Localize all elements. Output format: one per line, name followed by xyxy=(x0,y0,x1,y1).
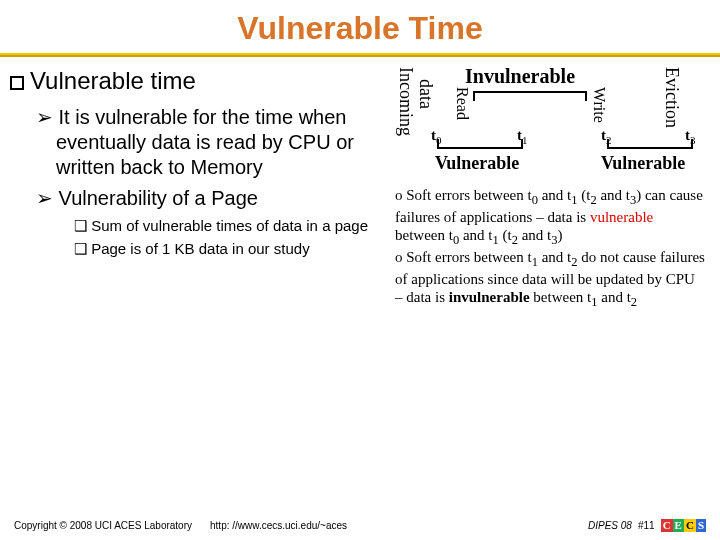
square-small-bullet-icon: ❑ xyxy=(74,240,91,257)
bracket-invulnerable xyxy=(473,91,587,97)
bullet-l3-2-text: Page is of 1 KB data in our study xyxy=(91,240,309,257)
label-write: Write xyxy=(590,87,608,123)
text-vulnerable-red: vulnerable xyxy=(590,209,653,225)
label-eviction: Eviction xyxy=(661,67,682,128)
footer-page: #11 xyxy=(638,520,655,531)
footer-copyright: Copyright © 2008 UCI ACES Laboratory xyxy=(14,520,192,531)
bullet-l1: Vulnerable time xyxy=(10,67,380,95)
note-1: o Soft errors between t0 and t1 (t2 and … xyxy=(395,186,705,248)
label-vulnerable-2: Vulnerable xyxy=(601,153,685,174)
bullet-l3-1: ❑ Sum of vulnerable times of data in a p… xyxy=(74,217,380,236)
footer-url: http: //www.cecs.uci.edu/~aces xyxy=(210,520,588,531)
cecs-logo-c2: C xyxy=(684,519,696,532)
notes-block: o Soft errors between t0 and t1 (t2 and … xyxy=(395,186,705,310)
footer: Copyright © 2008 UCI ACES Laboratory htt… xyxy=(14,519,706,532)
square-small-bullet-icon: ❑ xyxy=(74,217,91,234)
bracket-vulnerable-2 xyxy=(607,143,693,149)
label-read: Read xyxy=(453,87,471,120)
bullet-l2-1-text: It is vulnerable for the time when event… xyxy=(56,106,354,178)
label-invulnerable: Invulnerable xyxy=(465,65,575,88)
cecs-logo-c1: C xyxy=(661,519,673,532)
note-2: o Soft errors between t1 and t2 do not c… xyxy=(395,248,705,310)
content-area: Vulnerable time ➢ It is vulnerable for t… xyxy=(0,57,720,497)
left-column: Vulnerable time ➢ It is vulnerable for t… xyxy=(10,67,380,263)
bullet-l3-1-text: Sum of vulnerable times of data in a pag… xyxy=(91,217,368,234)
slide-title: Vulnerable Time xyxy=(0,0,720,53)
timeline-diagram: Incoming data Invulnerable Read Write Ev… xyxy=(395,65,705,170)
cecs-logo-s: S xyxy=(696,519,706,532)
label-data: data xyxy=(415,79,436,109)
label-vulnerable-1: Vulnerable xyxy=(435,153,519,174)
cecs-logo-e: E xyxy=(673,519,684,532)
bullet-l3-2: ❑ Page is of 1 KB data in our study xyxy=(74,240,380,259)
footer-conference: DIPES 08 xyxy=(588,520,632,531)
arrow-bullet-icon: ➢ xyxy=(36,187,59,209)
circle-bullet-icon: o xyxy=(395,187,406,203)
bullet-l2-2: ➢ Vulnerability of a Page xyxy=(36,186,380,211)
bracket-vulnerable-1 xyxy=(437,143,523,149)
bullet-l2-2-text: Vulnerability of a Page xyxy=(59,187,258,209)
square-bullet-icon xyxy=(10,76,24,90)
circle-bullet-icon: o xyxy=(395,249,406,265)
arrow-bullet-icon: ➢ xyxy=(36,106,59,128)
bullet-l1-text: Vulnerable time xyxy=(30,67,196,94)
label-incoming: Incoming xyxy=(395,67,416,136)
text-invulnerable-bold: invulnerable xyxy=(449,289,530,305)
cecs-logo: CECS xyxy=(661,519,706,532)
right-column: Incoming data Invulnerable Read Write Ev… xyxy=(395,65,705,310)
bullet-l2-1: ➢ It is vulnerable for the time when eve… xyxy=(36,105,380,180)
